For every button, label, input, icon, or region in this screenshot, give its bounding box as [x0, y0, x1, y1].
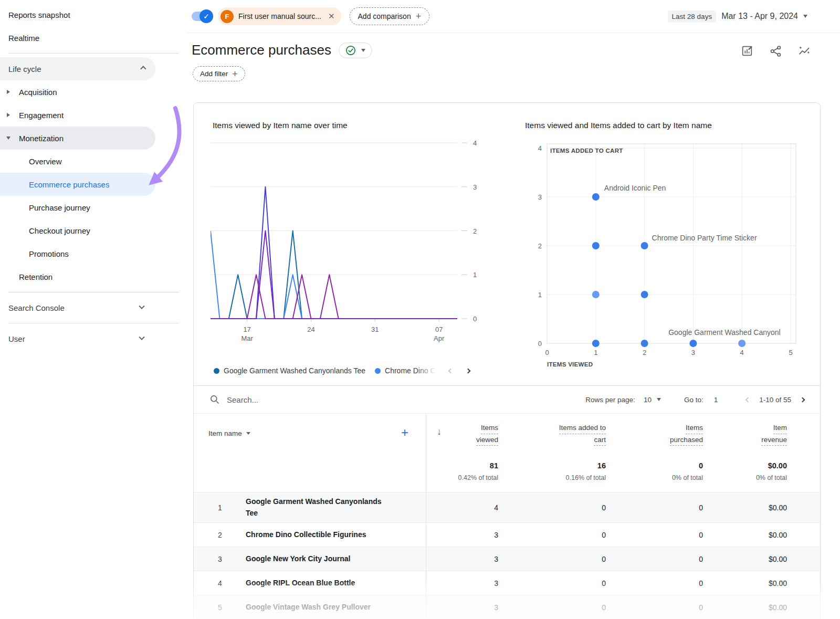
totals-share: 0% of total — [606, 474, 703, 481]
share-icon[interactable] — [769, 45, 782, 58]
comparison-toggle[interactable]: ✓ — [192, 12, 212, 21]
chevron-down-icon — [657, 398, 661, 401]
sidebar-item-overview[interactable]: Overview — [0, 150, 187, 173]
add-comparison-button[interactable]: Add comparison + — [350, 7, 430, 25]
close-icon[interactable]: ✕ — [328, 12, 335, 21]
insights-icon[interactable] — [797, 45, 811, 58]
table-row: 3Google New York City Journal300$0.00 — [194, 547, 820, 571]
row-metric-value: 0 — [498, 531, 606, 539]
item-name-header[interactable]: Item name + — [194, 424, 425, 448]
scatter-xlabel: ITEMS VIEWED — [547, 361, 593, 368]
svg-text:0: 0 — [545, 349, 549, 356]
sidebar-collection-life-cycle[interactable]: Life cycle — [0, 57, 155, 80]
line-chart-title: Items viewed by Item name over time — [213, 121, 506, 130]
legend-item: Chrome Dino Co — [375, 366, 439, 375]
prev-page-icon[interactable] — [746, 397, 751, 402]
comparison-chip[interactable]: F First user manual sourc... ✕ — [218, 7, 341, 25]
table-row: 5Google Vintage Wash Grey Pullover300$0.… — [194, 595, 820, 619]
totals-share: 0.42% of total — [425, 474, 498, 481]
row-rank: 3 — [218, 555, 233, 563]
sidebar-item-realtime[interactable]: Realtime — [0, 26, 187, 49]
date-range-picker[interactable]: Last 28 days Mar 13 - Apr 9, 2024 — [668, 11, 807, 23]
sidebar-collection-user[interactable]: User — [0, 327, 155, 350]
chart-legend: Google Garment Washed Canyonlands TeeChr… — [214, 366, 506, 375]
metric-header[interactable]: Itemrevenue — [703, 424, 787, 448]
collection-label: User — [8, 334, 25, 343]
plus-icon: + — [416, 12, 422, 21]
edit-report-icon[interactable] — [741, 45, 754, 58]
legend-prev-icon[interactable] — [448, 368, 454, 373]
add-filter-button[interactable]: Add filter + — [193, 66, 245, 81]
row-rank: 1 — [218, 503, 233, 512]
row-item-name: Google Garment Washed Canyonlands Tee — [246, 492, 383, 522]
collapse-down-icon — [5, 137, 12, 140]
sidebar-collection-search-console[interactable]: Search Console — [0, 296, 155, 319]
rows-per-page-select[interactable]: 10 — [644, 396, 661, 404]
date-range-value: Mar 13 - Apr 9, 2024 — [721, 12, 798, 21]
report-nav-sidebar: Reports snapshot Realtime Life cycle Acq… — [0, 0, 187, 619]
row-metric-value: 3 — [425, 579, 498, 587]
add-column-button[interactable]: + — [401, 425, 408, 440]
sidebar-item-label: Acquisition — [19, 88, 57, 97]
collection-label: Search Console — [8, 303, 65, 312]
totals-cell: 00% of total — [606, 461, 703, 481]
sidebar-item-acquisition[interactable]: Acquisition — [0, 80, 187, 103]
scatter-point — [641, 340, 648, 347]
svg-text:1: 1 — [594, 349, 597, 356]
svg-text:1: 1 — [473, 271, 477, 279]
totals-share: 0.16% of total — [498, 474, 606, 481]
row-metric-value: 4 — [425, 503, 498, 512]
totals-cell: $0.000% of total — [703, 461, 787, 481]
sidebar-item-reports-snapshot[interactable]: Reports snapshot — [0, 3, 187, 26]
sidebar-item-label: Ecommerce purchases — [29, 180, 109, 189]
table-pagination: Rows per page: 10 Go to: 1 1-10 of 55 — [585, 396, 804, 404]
svg-text:4: 4 — [473, 139, 477, 147]
sidebar-item-ecommerce-purchases[interactable]: Ecommerce purchases — [0, 173, 155, 196]
sidebar-item-purchase-journey[interactable]: Purchase journey — [0, 196, 187, 219]
search-input[interactable] — [227, 395, 400, 404]
goto-page-input[interactable]: 1 — [714, 396, 718, 404]
sidebar-item-retention[interactable]: Retention — [0, 265, 187, 288]
scatter-point-label: Chrome Dino Party Time Sticker — [652, 234, 757, 242]
report-status-dropdown[interactable] — [339, 43, 372, 58]
metric-header[interactable]: Itemsviewed — [425, 424, 498, 448]
sidebar-item-label: Realtime — [8, 34, 39, 43]
date-preset-badge: Last 28 days — [668, 11, 717, 23]
svg-text:07: 07 — [435, 326, 443, 333]
metric-header-line: Items — [686, 424, 703, 434]
sidebar-item-engagement[interactable]: Engagement — [0, 103, 187, 127]
svg-text:4: 4 — [740, 349, 744, 356]
sidebar-item-label: Reports snapshot — [8, 11, 70, 19]
metric-header[interactable]: Itemspurchased — [606, 424, 703, 448]
scatter-point — [592, 242, 600, 249]
next-page-icon[interactable] — [800, 397, 805, 402]
row-rank: 5 — [218, 603, 233, 612]
add-comparison-label: Add comparison — [358, 12, 411, 20]
metric-header-line: Items — [481, 424, 498, 434]
svg-text:0: 0 — [473, 315, 477, 323]
sort-descending-icon[interactable]: ↓ — [437, 426, 442, 437]
svg-text:2: 2 — [473, 227, 477, 235]
row-rank: 4 — [218, 579, 233, 587]
scatter-point — [592, 193, 600, 201]
sidebar-item-checkout-journey[interactable]: Checkout journey — [0, 219, 187, 242]
row-metric-value: 0 — [606, 555, 703, 563]
totals-cell: 160.16% of total — [498, 461, 606, 481]
svg-text:2: 2 — [643, 349, 646, 356]
sidebar-item-promotions[interactable]: Promotions — [0, 242, 187, 265]
legend-next-icon[interactable] — [466, 368, 471, 373]
chevron-down-icon — [139, 334, 144, 340]
scatter-chart-panel: Items viewed and Items added to cart by … — [523, 119, 820, 375]
item-name-header-label: Item name — [208, 429, 242, 437]
row-metric-value: 0 — [606, 531, 703, 539]
metric-header-line: viewed — [476, 436, 498, 446]
check-circle-icon — [345, 45, 356, 56]
table-row: 1Google Garment Washed Canyonlands Tee40… — [194, 492, 820, 522]
plus-icon: + — [232, 69, 238, 79]
row-metric-value: $0.00 — [703, 555, 787, 563]
goto-label: Go to: — [684, 396, 704, 404]
scatter-point — [689, 340, 697, 347]
svg-text:4: 4 — [538, 144, 542, 152]
metric-header[interactable]: Items added tocart — [498, 424, 606, 448]
sidebar-item-monetization[interactable]: Monetization — [0, 127, 155, 150]
